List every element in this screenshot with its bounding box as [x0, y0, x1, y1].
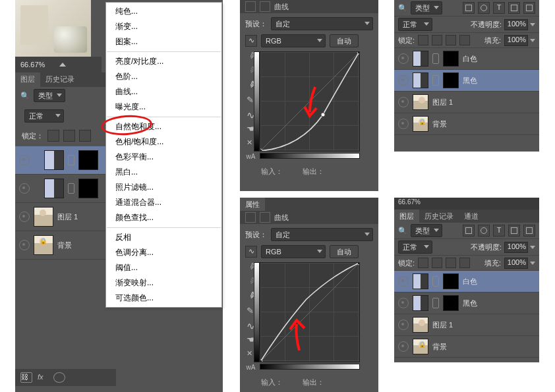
fill-input[interactable]: 100%: [504, 35, 535, 46]
menu-item[interactable]: 渐变...: [106, 19, 221, 34]
visibility-icon[interactable]: [19, 183, 30, 194]
tab-history[interactable]: 历史记录: [419, 210, 459, 223]
filter-shape-icon[interactable]: [508, 2, 520, 14]
layer-row[interactable]: 背景: [15, 231, 105, 260]
visibility-icon[interactable]: [398, 320, 409, 330]
channel-icon[interactable]: ∿: [245, 35, 257, 47]
visibility-icon[interactable]: [19, 240, 30, 250]
filter-type-icon[interactable]: T: [493, 225, 505, 237]
mask-thumb[interactable]: [443, 72, 459, 88]
mask-thumb[interactable]: [78, 150, 98, 170]
layer-row[interactable]: 白色: [394, 48, 539, 70]
filter-adjust-icon[interactable]: [478, 2, 490, 14]
visibility-icon[interactable]: [398, 53, 409, 64]
filter-pixel-icon[interactable]: [463, 225, 475, 237]
visibility-icon[interactable]: [398, 276, 409, 287]
channel-dropdown[interactable]: RGB: [261, 34, 326, 47]
lock-brush-icon[interactable]: [432, 35, 442, 45]
filter-adjust-icon[interactable]: [478, 225, 490, 237]
mask-thumb[interactable]: [443, 51, 459, 67]
preset-dropdown[interactable]: 自定: [271, 17, 373, 30]
layer-row[interactable]: 黑色: [394, 70, 539, 92]
layer-row[interactable]: 图层 1: [394, 314, 539, 336]
layer-name[interactable]: 图层 1: [432, 98, 453, 107]
menu-item[interactable]: 曝光度...: [106, 99, 221, 115]
tab-channels[interactable]: 通道: [459, 210, 484, 223]
lock-all-icon[interactable]: [459, 35, 470, 45]
adjustment-thumb[interactable]: [44, 179, 64, 198]
curves-graph[interactable]: [260, 262, 360, 362]
link-layers-icon[interactable]: [20, 372, 32, 383]
add-mask-icon[interactable]: [53, 372, 65, 383]
fx-icon[interactable]: fx: [38, 373, 48, 382]
toggle-size-icon[interactable]: wA: [247, 364, 256, 374]
menu-item[interactable]: 色阶...: [106, 69, 221, 84]
layer-thumb[interactable]: [413, 94, 428, 110]
layer-name[interactable]: 图层 1: [57, 212, 78, 222]
menu-item[interactable]: 曲线...: [106, 84, 221, 99]
visibility-icon[interactable]: [398, 97, 409, 107]
layer-name[interactable]: 背景: [432, 342, 447, 352]
lock-move-icon[interactable]: [446, 258, 456, 268]
adjustment-thumb[interactable]: [413, 273, 428, 289]
layer-row[interactable]: 背景: [394, 336, 539, 358]
layer-row[interactable]: 黑色: [394, 293, 539, 314]
filter-type-dropdown[interactable]: 类型: [411, 1, 442, 14]
menu-item[interactable]: 图案...: [106, 34, 221, 49]
filter-type-icon[interactable]: T: [493, 2, 505, 14]
menu-item[interactable]: 照片滤镜...: [106, 180, 221, 195]
zoom-bar[interactable]: 66.67%: [15, 57, 102, 72]
blend-mode-dropdown[interactable]: 正常: [24, 109, 64, 123]
blend-mode-dropdown[interactable]: 正常: [398, 240, 432, 254]
layer-thumb[interactable]: [34, 207, 53, 227]
lock-move-icon[interactable]: [79, 130, 91, 142]
auto-button[interactable]: 自动: [330, 245, 359, 258]
fill-input[interactable]: 100%: [504, 258, 535, 269]
layer-row[interactable]: 白色: [394, 271, 539, 293]
menu-item[interactable]: 色调分离...: [106, 245, 221, 260]
tab-history[interactable]: 历史记录: [40, 72, 80, 87]
lock-transparency-icon[interactable]: [418, 35, 428, 45]
layer-name[interactable]: 白色: [463, 54, 477, 64]
opacity-input[interactable]: 100%: [504, 242, 535, 253]
menu-item[interactable]: 纯色...: [106, 4, 221, 19]
filter-pixel-icon[interactable]: [463, 2, 475, 14]
filter-shape-icon[interactable]: [508, 225, 520, 237]
menu-item[interactable]: 阈值...: [106, 260, 221, 275]
mask-thumb[interactable]: [443, 295, 459, 311]
mask-thumb[interactable]: [78, 179, 98, 198]
filter-smart-icon[interactable]: [523, 2, 535, 14]
menu-item[interactable]: 自然饱和度...: [106, 119, 221, 134]
layer-name[interactable]: 黑色: [463, 76, 477, 86]
layer-name[interactable]: 图层 1: [432, 320, 453, 330]
lock-brush-icon[interactable]: [432, 258, 442, 268]
toggle-size-icon[interactable]: wA: [247, 153, 256, 163]
visibility-icon[interactable]: [398, 119, 409, 129]
filter-smart-icon[interactable]: [523, 225, 535, 237]
layer-row[interactable]: 图层 1: [15, 203, 105, 231]
visibility-icon[interactable]: [19, 155, 30, 165]
layer-name[interactable]: 黑色: [463, 298, 477, 308]
chevron-up-icon[interactable]: [59, 63, 66, 67]
preset-dropdown[interactable]: 自定: [271, 228, 373, 241]
curves-graph[interactable]: [260, 51, 360, 152]
menu-item[interactable]: 色彩平衡...: [106, 150, 221, 165]
visibility-icon[interactable]: [398, 298, 409, 308]
lock-brush-icon[interactable]: [63, 130, 75, 142]
layer-thumb[interactable]: [413, 317, 428, 333]
layer-thumb[interactable]: [34, 235, 53, 255]
layer-thumb[interactable]: [413, 339, 428, 354]
layer-row[interactable]: [15, 146, 105, 175]
menu-item[interactable]: 颜色查找...: [106, 210, 221, 225]
adjustment-thumb[interactable]: [413, 72, 428, 88]
adjustment-layer-menu[interactable]: 纯色...渐变...图案...亮度/对比度...色阶...曲线...曝光度...…: [105, 2, 222, 308]
layer-name[interactable]: 白色: [463, 277, 477, 287]
tab-layers[interactable]: 图层: [394, 210, 419, 223]
menu-item[interactable]: 可选颜色...: [106, 291, 221, 306]
visibility-icon[interactable]: [19, 211, 30, 222]
opacity-input[interactable]: 100%: [504, 19, 535, 30]
visibility-icon[interactable]: [398, 341, 409, 352]
filter-type-dropdown[interactable]: 类型: [411, 224, 442, 237]
channel-icon[interactable]: ∿: [245, 246, 257, 258]
tab-properties[interactable]: 属性: [240, 198, 265, 211]
